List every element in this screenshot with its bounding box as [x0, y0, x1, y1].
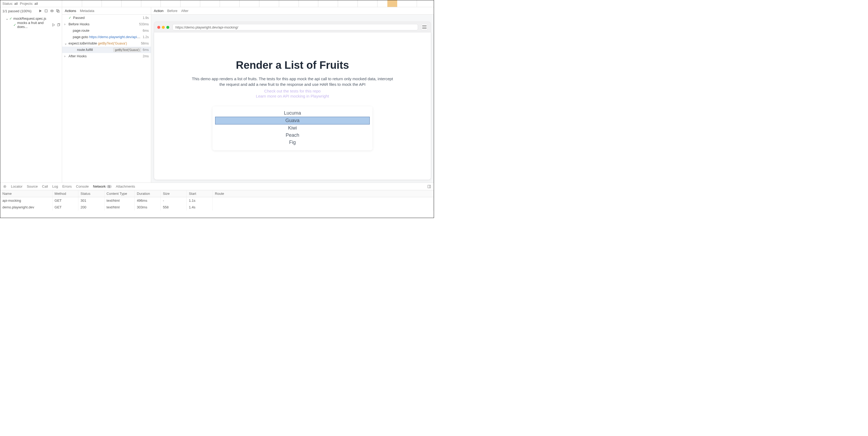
test-tree-row[interactable]: ✓mocks a fruit and does...: [0, 22, 62, 28]
action-row[interactable]: page.goto https://demo.playwright.dev/ap…: [62, 34, 151, 40]
snapshot-tab-before[interactable]: Before: [167, 9, 177, 13]
fruit-item: Kiwi: [213, 124, 372, 132]
inspect-icon[interactable]: [3, 185, 7, 188]
url-bar[interactable]: https://demo.playwright.dev/api-mocking/: [173, 24, 418, 30]
net-cell: [213, 197, 433, 204]
action-label: expect.toBeVisible getByText('Guava'): [68, 41, 140, 45]
bottom-tab-source[interactable]: Source: [27, 184, 38, 188]
test-explorer: 1/1 passed (100%) ⌄✓mockReque: [0, 7, 62, 183]
play-icon[interactable]: [52, 23, 55, 27]
svg-rect-8: [422, 28, 427, 29]
bottom-tab-network[interactable]: Network 5: [93, 184, 112, 188]
timeline-filters: Status: all Projects: all: [0, 0, 62, 7]
watch-icon[interactable]: [50, 9, 54, 13]
action-duration: 533ms: [139, 22, 149, 26]
action-row[interactable]: ⌄expect.toBeVisible getByText('Guava')58…: [62, 40, 151, 46]
close-dot[interactable]: [157, 26, 160, 29]
tab-metadata[interactable]: Metadata: [80, 9, 94, 13]
net-col-status[interactable]: Status: [79, 190, 104, 197]
svg-point-10: [4, 186, 5, 187]
projects-value[interactable]: all: [34, 2, 38, 6]
actions-pane: ActionsMetadata ✓Passed1.9s›Before Hooks…: [62, 7, 151, 183]
svg-rect-0: [45, 10, 48, 12]
bottom-tabs: LocatorSourceCallLogErrorsConsoleNetwork…: [0, 183, 434, 190]
page-link-2[interactable]: Learn more on API mocking in Playwright: [165, 94, 420, 98]
net-cell: GET: [52, 197, 79, 204]
action-row[interactable]: ›After Hooks2ms: [62, 53, 151, 59]
status-label: Status:: [2, 2, 13, 6]
svg-rect-6: [422, 25, 427, 26]
action-duration: 6ms: [143, 29, 149, 32]
page-desc: This demo app renders a list of fruits. …: [191, 76, 394, 87]
tab-actions[interactable]: Actions: [65, 9, 76, 13]
minimize-dot[interactable]: [162, 26, 165, 29]
net-cell: 1.1s: [187, 197, 213, 204]
svg-rect-11: [428, 185, 431, 188]
net-cell: text/html: [104, 197, 135, 204]
action-duration: 1.9s: [143, 16, 149, 20]
net-cell: text/html: [104, 204, 135, 211]
svg-point-1: [52, 10, 53, 11]
net-cell: 1.4s: [187, 204, 213, 211]
svg-rect-7: [422, 27, 427, 27]
status-value[interactable]: all: [14, 2, 18, 6]
net-row[interactable]: api-mockingGET301text/html496ms-1.1s: [0, 197, 434, 204]
net-cell: 301: [79, 197, 104, 204]
bottom-panel: LocatorSourceCallLogErrorsConsoleNetwork…: [0, 183, 434, 218]
copy-icon[interactable]: [57, 23, 60, 27]
zoom-dot[interactable]: [166, 26, 169, 29]
net-col-start[interactable]: Start: [187, 190, 213, 197]
dock-icon[interactable]: [427, 185, 431, 188]
collapse-icon[interactable]: [56, 9, 60, 13]
fruit-item: Fig: [213, 139, 372, 146]
bottom-tab-locator[interactable]: Locator: [11, 184, 22, 188]
net-col-size[interactable]: Size: [160, 190, 187, 197]
net-cell: demo.playwright.dev: [0, 204, 52, 211]
action-duration: 6ms: [143, 48, 149, 52]
net-cell: -: [160, 197, 187, 204]
bottom-tab-log[interactable]: Log: [52, 184, 58, 188]
net-col-content-type[interactable]: Content Type: [104, 190, 135, 197]
bottom-tab-errors[interactable]: Errors: [62, 184, 72, 188]
net-row[interactable]: demo.playwright.devGET200text/html303ms5…: [0, 204, 434, 211]
actions-tabs: ActionsMetadata: [62, 7, 151, 15]
action-row[interactable]: page.route6ms: [62, 27, 151, 34]
fruit-list: LucumaGuavaKiwiPeachFig: [213, 106, 372, 150]
browser-chrome: https://demo.playwright.dev/api-mocking/: [154, 22, 431, 32]
fruit-item: Lucuma: [213, 110, 372, 117]
menu-icon[interactable]: [421, 24, 428, 30]
page-link-1[interactable]: Check out the tests for this repo: [165, 89, 420, 93]
action-row[interactable]: ›Before Hooks533ms: [62, 21, 151, 27]
stop-icon[interactable]: [44, 9, 48, 13]
net-cell: 496ms: [135, 197, 161, 204]
chevron-icon: ⌄: [64, 41, 67, 45]
action-label: Before Hooks: [68, 22, 137, 26]
test-tree: ⌄✓mockRequest.spec.js✓mocks a fruit and …: [0, 15, 62, 28]
net-cell: 558: [160, 204, 187, 211]
net-col-method[interactable]: Method: [52, 190, 79, 197]
locator-chip: getByText('Guava'): [113, 48, 141, 52]
svg-rect-4: [57, 24, 59, 26]
action-duration: 58ms: [141, 41, 149, 45]
test-label: mocks a fruit and does...: [17, 21, 50, 29]
snapshot-tabs: ActionBeforeAfter: [151, 7, 434, 15]
net-col-duration[interactable]: Duration: [135, 190, 161, 197]
bottom-tab-call[interactable]: Call: [42, 184, 48, 188]
snapshot-tab-after[interactable]: After: [181, 9, 188, 13]
test-label: mockRequest.spec.js: [13, 17, 46, 21]
timeline-track[interactable]: [62, 0, 434, 7]
net-col-name[interactable]: Name: [0, 190, 52, 197]
traffic-lights: [157, 26, 169, 29]
chevron-icon: ›: [64, 54, 67, 58]
action-row[interactable]: ✓Passed1.9s: [62, 15, 151, 21]
action-label: page.route: [73, 29, 141, 32]
check-icon: ✓: [68, 16, 71, 20]
net-cell: GET: [52, 204, 79, 211]
run-all-icon[interactable]: [38, 9, 42, 13]
snapshot-tab-action[interactable]: Action: [154, 9, 163, 13]
bottom-tab-console[interactable]: Console: [76, 184, 89, 188]
net-col-route[interactable]: Route: [213, 190, 433, 197]
action-row[interactable]: route.fulfillgetByText('Guava')6ms: [62, 46, 151, 53]
snapshot-pane: ActionBeforeAfter https://demo.playwrigh…: [151, 7, 434, 183]
bottom-tab-attachments[interactable]: Attachments: [116, 184, 135, 188]
